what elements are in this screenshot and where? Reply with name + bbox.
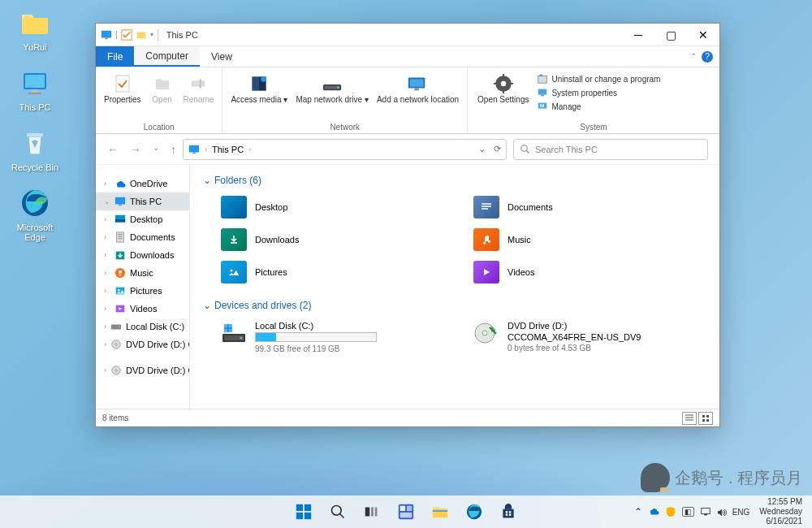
- drive-disk[interactable]: Local Disk (C:)99.3 GB free of 119 GB: [218, 318, 454, 357]
- sidebar-item-music[interactable]: ›Music: [96, 264, 189, 282]
- language-indicator[interactable]: ENG: [732, 508, 750, 517]
- drives-section-header[interactable]: ⌄Devices and drives (2): [203, 300, 706, 311]
- refresh-button[interactable]: ⟳: [494, 144, 501, 154]
- search-button[interactable]: [323, 497, 352, 526]
- back-button[interactable]: ←: [107, 143, 119, 156]
- tab-file[interactable]: File: [96, 46, 134, 67]
- svg-rect-10: [116, 76, 129, 92]
- svg-rect-56: [229, 324, 233, 328]
- recent-locations-button[interactable]: ⌄: [153, 143, 159, 156]
- edge-button[interactable]: [460, 497, 489, 526]
- onedrive-tray-icon[interactable]: [648, 506, 659, 517]
- svg-point-15: [261, 76, 267, 82]
- svg-point-42: [118, 289, 120, 292]
- access-media-button[interactable]: Access media ▾: [227, 71, 291, 106]
- tray-overflow-icon[interactable]: ⌃: [634, 506, 642, 517]
- svg-rect-77: [433, 510, 447, 512]
- address-bar[interactable]: › This PC › ⌄ ⟳: [183, 139, 507, 160]
- minimize-button[interactable]: ─: [622, 24, 654, 46]
- details-view-button[interactable]: [682, 412, 697, 425]
- svg-point-45: [119, 326, 120, 327]
- sidebar-item-disk[interactable]: ›Local Disk (C:): [96, 318, 189, 335]
- maximize-button[interactable]: ▢: [654, 24, 687, 46]
- task-view-button[interactable]: [357, 497, 387, 526]
- svg-rect-24: [538, 76, 547, 84]
- menu-tabs: File Computer View ⌃ ?: [96, 46, 719, 67]
- large-icons-view-button[interactable]: [698, 412, 713, 425]
- sidebar-item-monitor[interactable]: ⌄This PC: [96, 193, 189, 210]
- uninstall-link[interactable]: Uninstall or change a program: [535, 72, 662, 85]
- widgets-button[interactable]: [391, 497, 421, 526]
- titlebar[interactable]: | ▾ | This PC ─ ▢ ✕: [96, 24, 719, 46]
- folder-documents[interactable]: Documents: [470, 193, 706, 222]
- desktop-icon-recycle-bin[interactable]: Recycle Bin: [6, 127, 63, 172]
- properties-button[interactable]: Properties: [101, 71, 145, 106]
- up-button[interactable]: ↑: [171, 143, 176, 156]
- check-icon[interactable]: [121, 29, 132, 41]
- volume-tray-icon[interactable]: 🔊︎: [717, 506, 728, 518]
- desktop-icon-edge[interactable]: Microsoft Edge: [6, 187, 63, 242]
- forward-button[interactable]: →: [130, 143, 141, 156]
- svg-rect-1: [25, 75, 45, 88]
- start-button[interactable]: [289, 497, 318, 526]
- svg-rect-11: [192, 80, 205, 86]
- network-tray-icon[interactable]: [700, 506, 711, 517]
- address-dropdown-icon[interactable]: ⌄: [478, 144, 486, 154]
- svg-rect-55: [224, 324, 228, 328]
- svg-rect-64: [706, 419, 709, 422]
- open-button[interactable]: Open: [146, 71, 179, 106]
- svg-rect-63: [702, 419, 705, 422]
- map-drive-button[interactable]: Map network drive ▾: [292, 71, 371, 106]
- sidebar-item-documents[interactable]: ›Documents: [96, 228, 189, 246]
- search-input[interactable]: Search This PC: [513, 139, 708, 160]
- sidebar-item-videos[interactable]: ›Videos: [96, 300, 189, 318]
- svg-rect-68: [304, 513, 311, 519]
- folder-desktop[interactable]: Desktop: [218, 193, 454, 222]
- store-button[interactable]: [494, 497, 523, 526]
- open-settings-button[interactable]: Open Settings: [474, 71, 532, 121]
- svg-point-47: [115, 344, 118, 346]
- meet-now-icon[interactable]: ◧: [682, 507, 694, 517]
- folders-section-header[interactable]: ⌄Folders (6): [203, 175, 706, 186]
- folder-pictures[interactable]: Pictures: [218, 258, 454, 287]
- desktop-icon-this-pc[interactable]: This PC: [6, 67, 63, 112]
- clock[interactable]: 12:55 PM Wednesday 6/16/2021: [754, 497, 807, 526]
- svg-rect-6: [102, 30, 111, 37]
- folder-downloads[interactable]: Downloads: [218, 225, 454, 254]
- security-tray-icon[interactable]: [665, 506, 676, 517]
- close-button[interactable]: ✕: [687, 24, 719, 46]
- svg-rect-20: [410, 79, 424, 86]
- svg-rect-2: [32, 89, 38, 93]
- add-network-location-button[interactable]: Add a network location: [374, 71, 462, 106]
- file-explorer-button[interactable]: [425, 497, 455, 526]
- sidebar-item-pictures[interactable]: ›Pictures: [96, 282, 189, 300]
- folder-music[interactable]: Music: [470, 225, 706, 254]
- sidebar-item-dvd[interactable]: ›DVD Drive (D:) C: [96, 335, 189, 353]
- system-tray[interactable]: ⌃ ◧ 🔊︎: [634, 506, 728, 518]
- sidebar-item-dvd[interactable]: ›DVD Drive (D:) CC: [96, 361, 189, 379]
- folder-videos[interactable]: Videos: [470, 258, 706, 287]
- ribbon: Properties Open Rename Location Access m…: [96, 67, 719, 134]
- system-properties-link[interactable]: System properties: [535, 86, 662, 99]
- drive-dvd[interactable]: DVD Drive (D:)CCCOMA_X64FRE_EN-US_DV90 b…: [470, 318, 706, 357]
- manage-link[interactable]: Manage: [535, 100, 662, 113]
- tab-view[interactable]: View: [200, 46, 244, 67]
- help-icon[interactable]: ?: [702, 51, 713, 63]
- sidebar-item-desktop[interactable]: ›Desktop: [96, 210, 189, 228]
- svg-rect-27: [542, 95, 545, 97]
- rename-button[interactable]: Rename: [180, 71, 218, 106]
- svg-point-50: [231, 270, 233, 272]
- sidebar-item-downloads[interactable]: ›Downloads: [96, 246, 189, 264]
- dropdown-icon[interactable]: ▾: [150, 31, 153, 38]
- ribbon-collapse-icon[interactable]: ⌃: [690, 52, 697, 61]
- svg-rect-62: [706, 415, 709, 418]
- svg-rect-38: [117, 232, 124, 242]
- svg-rect-66: [304, 504, 311, 511]
- tab-computer[interactable]: Computer: [134, 46, 200, 67]
- desktop-icon-yurui[interactable]: YuRui: [6, 6, 63, 52]
- sidebar-item-cloud[interactable]: ›OneDrive: [96, 175, 189, 193]
- svg-rect-83: [701, 509, 710, 514]
- explorer-window: | ▾ | This PC ─ ▢ ✕ File Computer View ⌃…: [95, 23, 720, 427]
- svg-rect-75: [407, 506, 412, 511]
- taskbar: ⌃ ◧ 🔊︎ ENG 12:55 PM Wednesday 6/16/2021: [0, 496, 812, 528]
